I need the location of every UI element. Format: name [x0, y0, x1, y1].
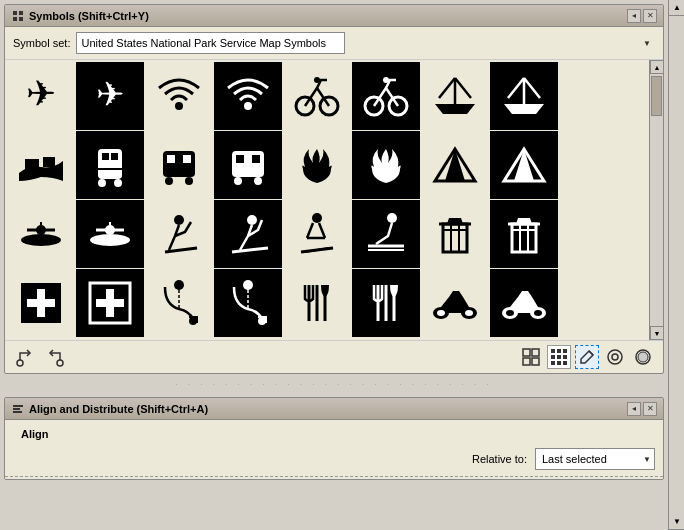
svg-point-76 [465, 310, 473, 316]
align-collapse-btn[interactable]: ◂ [627, 402, 641, 416]
symbol-downhill-ski[interactable] [283, 200, 351, 268]
outer-scroll-up[interactable]: ▲ [669, 0, 684, 16]
svg-marker-33 [445, 149, 465, 181]
relative-to-label: Relative to: [472, 453, 527, 465]
symbols-toolbar-right [519, 345, 655, 369]
svg-rect-0 [13, 11, 17, 15]
symbol-signal-dark[interactable] [214, 62, 282, 130]
symbol-fishing-dark[interactable] [214, 269, 282, 337]
svg-rect-101 [13, 408, 20, 410]
symbol-bicycle-dark[interactable] [352, 62, 420, 130]
symbol-train[interactable] [76, 131, 144, 199]
scroll-down-btn[interactable]: ▼ [650, 326, 663, 340]
svg-point-26 [185, 177, 193, 185]
svg-rect-23 [167, 155, 175, 163]
symbol-spray-btn[interactable] [603, 345, 627, 369]
svg-rect-16 [98, 149, 122, 179]
svg-point-46 [387, 213, 397, 223]
send-to-symbols-btn[interactable] [13, 345, 37, 369]
svg-rect-87 [551, 349, 555, 353]
symbols-scrollbar[interactable]: ▲ ▼ [649, 60, 663, 340]
svg-point-42 [174, 215, 184, 225]
symbol-atv-dark[interactable] [490, 269, 558, 337]
symbol-skiing-dark[interactable] [214, 200, 282, 268]
symbol-bus-dark[interactable] [214, 131, 282, 199]
svg-point-65 [258, 317, 266, 325]
symbol-set-select[interactable]: United States National Park Service Map … [76, 32, 345, 54]
symbol-airplane[interactable]: ✈ [7, 62, 75, 130]
symbol-boat[interactable] [421, 62, 489, 130]
symbols-title: Symbols (Shift+Ctrl+Y) [29, 10, 149, 22]
svg-rect-14 [25, 159, 39, 169]
svg-rect-94 [557, 361, 561, 365]
grid-large-btn[interactable] [519, 345, 543, 369]
symbol-campfire-dark[interactable] [352, 131, 420, 199]
symbol-utensils-dark[interactable] [352, 269, 420, 337]
symbol-ferry[interactable] [7, 131, 75, 199]
svg-rect-92 [563, 355, 567, 359]
align-title-controls: ◂ ✕ [627, 402, 657, 416]
align-panel: Align and Distribute (Shift+Ctrl+A) ◂ ✕ … [4, 397, 664, 480]
align-close-btn[interactable]: ✕ [643, 402, 657, 416]
outer-scroll-down[interactable]: ▼ [669, 514, 684, 530]
edit-symbol-btn[interactable] [575, 345, 599, 369]
svg-point-43 [247, 215, 257, 225]
outer-scroll-track [669, 16, 684, 514]
scroll-thumb[interactable] [651, 76, 662, 116]
svg-marker-35 [514, 149, 534, 181]
relative-to-select[interactable]: Last selected First selected Biggest obj… [535, 448, 655, 470]
svg-rect-15 [43, 157, 55, 167]
symbol-set-wrapper: United States National Park Service Map … [76, 32, 655, 54]
symbol-bus[interactable] [145, 131, 213, 199]
svg-point-97 [612, 354, 618, 360]
symbol-tent[interactable] [421, 131, 489, 199]
symbol-fishing[interactable] [145, 269, 213, 337]
svg-point-64 [174, 280, 184, 290]
symbol-first-aid-dark[interactable] [76, 269, 144, 337]
symbol-campfire[interactable] [283, 131, 351, 199]
align-title: Align and Distribute (Shift+Ctrl+A) [29, 403, 208, 415]
symbol-set-label: Symbol set: [13, 37, 70, 49]
svg-rect-18 [111, 153, 118, 160]
symbol-xc-ski[interactable] [145, 200, 213, 268]
svg-rect-27 [232, 151, 264, 177]
svg-point-66 [243, 280, 253, 290]
symbol-kayak-dark[interactable] [76, 200, 144, 268]
symbol-tent-dark[interactable] [490, 131, 558, 199]
svg-rect-90 [551, 355, 555, 359]
symbol-sledding-dark[interactable] [352, 200, 420, 268]
svg-rect-102 [13, 411, 22, 413]
scroll-track [650, 74, 663, 326]
svg-point-82 [57, 360, 63, 366]
svg-point-81 [17, 360, 23, 366]
symbols-panel: Symbols (Shift+Ctrl+Y) ◂ ✕ Symbol set: U… [4, 4, 664, 374]
symbol-airport[interactable]: ✈ [76, 62, 144, 130]
symbol-signal[interactable] [145, 62, 213, 130]
symbol-atv[interactable] [421, 269, 489, 337]
symbols-collapse-btn[interactable]: ◂ [627, 9, 641, 23]
symbol-kayak[interactable] [7, 200, 75, 268]
svg-rect-91 [557, 355, 561, 359]
symbol-boat-dark[interactable] [490, 62, 558, 130]
outer-scrollbar[interactable]: ▲ ▼ [668, 0, 684, 530]
symbol-first-aid[interactable] [7, 269, 75, 337]
extract-symbol-btn[interactable] [43, 345, 67, 369]
grid-small-btn[interactable] [547, 345, 571, 369]
symbol-trash[interactable] [421, 200, 489, 268]
svg-point-36 [21, 234, 61, 246]
align-section-label: Align [13, 424, 57, 444]
more-options-btn[interactable] [631, 345, 655, 369]
scroll-up-btn[interactable]: ▲ [650, 60, 663, 74]
svg-point-20 [114, 179, 122, 187]
symbols-panel-icon [11, 9, 25, 23]
svg-rect-28 [236, 155, 244, 163]
panel-separator: · · · · · · · · · · · · · · · · · · · · … [0, 378, 668, 391]
svg-point-75 [437, 310, 445, 316]
svg-point-96 [608, 350, 622, 364]
svg-rect-86 [532, 358, 539, 365]
symbols-close-btn[interactable]: ✕ [643, 9, 657, 23]
relative-to-wrapper: Last selected First selected Biggest obj… [535, 448, 655, 470]
symbol-bicycle[interactable] [283, 62, 351, 130]
symbol-utensils[interactable] [283, 269, 351, 337]
symbol-trash-dark[interactable] [490, 200, 558, 268]
